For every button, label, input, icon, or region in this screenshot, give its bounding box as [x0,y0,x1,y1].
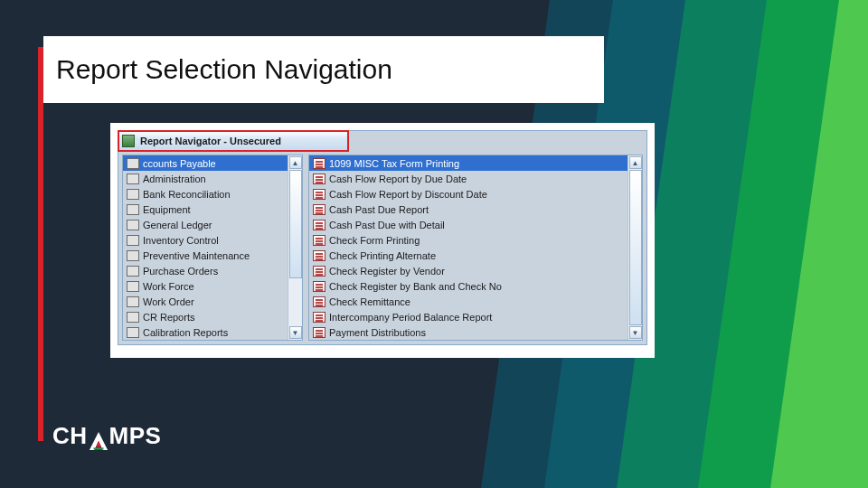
module-label: CR Reports [143,312,194,323]
module-item[interactable]: CR Reports [123,309,288,324]
module-item[interactable]: Purchase Orders [123,263,288,278]
scroll-up-icon[interactable]: ▲ [629,156,642,169]
module-icon [127,204,139,215]
report-label: Cash Flow Report by Due Date [329,174,467,184]
window-title: Report Navigator - Unsecured [140,136,281,146]
module-label: Bank Reconciliation [143,189,231,200]
logo-text: MPS [109,422,162,450]
slide-title: Report Selection Navigation [56,54,392,85]
svg-rect-2 [93,447,103,449]
report-item[interactable]: Check Register by Bank and Check No [309,278,627,294]
report-label: Payment Distributions [329,327,426,338]
module-item[interactable]: Preventive Maintenance [123,248,288,263]
report-icon [313,266,326,277]
report-icon [313,235,326,246]
modules-scrollbar[interactable]: ▲ ▼ [288,155,302,340]
report-icon [313,281,326,292]
report-icon [313,220,326,230]
report-navigator-window: Report Navigator - Unsecured ccounts Pay… [118,130,647,345]
module-item[interactable]: Calibration Reports [123,324,288,340]
report-item[interactable]: Check Printing Alternate [309,248,627,263]
module-icon [127,327,139,338]
accent-bar [38,47,43,441]
report-item[interactable]: Cash Past Due with Detail [309,217,627,232]
module-label: Work Order [143,296,194,307]
reports-pane: 1099 MISC Tax Form PrintingCash Flow Rep… [308,155,643,341]
scroll-down-icon[interactable]: ▼ [289,326,302,339]
module-icon [127,281,139,292]
report-icon [313,189,326,200]
module-icon [127,312,139,323]
report-navigator-screenshot: Report Navigator - Unsecured ccounts Pay… [110,123,655,358]
logo-text: CH [52,422,88,450]
report-label: Cash Flow Report by Discount Date [329,189,487,200]
module-item[interactable]: Work Force [123,278,288,294]
scroll-track[interactable] [629,170,642,325]
report-icon [313,312,326,323]
report-item[interactable]: 1099 MISC Tax Form Printing [309,155,627,171]
report-label: Check Register by Vendor [329,266,445,277]
report-icon [313,174,326,184]
report-label: Check Register by Bank and Check No [329,281,502,292]
module-label: ccounts Payable [143,158,216,169]
logo-a-mark-icon [89,431,108,451]
report-icon [313,204,326,215]
report-item[interactable]: Check Remittance [309,294,627,309]
report-item[interactable]: Check Register by Vendor [309,263,627,278]
module-icon [127,174,139,184]
module-item[interactable]: Administration [123,171,288,186]
report-label: Check Printing Alternate [329,250,436,261]
report-label: Check Remittance [329,296,410,307]
report-icon [313,250,326,261]
slide-title-card: Report Selection Navigation [43,36,604,103]
app-icon [122,135,135,147]
module-label: Preventive Maintenance [143,250,250,261]
report-label: Check Form Printing [329,235,420,246]
module-item[interactable]: ccounts Payable [123,155,288,171]
champs-logo: CH MPS [52,422,161,450]
report-item[interactable]: Payment Distributions [309,324,627,340]
module-label: Purchase Orders [143,266,218,277]
report-label: Intercompany Period Balance Report [329,312,492,323]
module-icon [127,235,139,246]
report-icon [313,158,326,169]
module-item[interactable]: Equipment [123,202,288,217]
module-icon [127,296,139,307]
report-item[interactable]: Check Form Printing [309,232,627,248]
scroll-thumb[interactable] [289,170,302,278]
window-title-bar[interactable]: Report Navigator - Unsecured [118,131,348,151]
report-item[interactable]: Cash Past Due Report [309,202,627,217]
module-item[interactable]: Inventory Control [123,232,288,248]
scroll-up-icon[interactable]: ▲ [289,156,302,169]
report-label: Cash Past Due Report [329,204,429,215]
module-label: Work Force [143,281,194,292]
report-label: 1099 MISC Tax Form Printing [329,158,459,169]
module-item[interactable]: General Ledger [123,217,288,232]
module-label: General Ledger [143,220,212,230]
module-icon [127,250,139,261]
module-icon [127,189,139,200]
module-label: Calibration Reports [143,327,228,338]
module-label: Administration [143,174,206,184]
module-item[interactable]: Bank Reconciliation [123,186,288,202]
report-icon [313,327,326,338]
report-label: Cash Past Due with Detail [329,220,445,230]
report-icon [313,296,326,307]
module-icon [127,220,139,230]
scroll-track[interactable] [289,170,302,325]
module-item[interactable]: Work Order [123,294,288,309]
modules-pane: ccounts PayableAdministrationBank Reconc… [122,155,303,341]
report-item[interactable]: Cash Flow Report by Discount Date [309,186,627,202]
scroll-down-icon[interactable]: ▼ [629,326,642,339]
reports-scrollbar[interactable]: ▲ ▼ [627,155,642,340]
report-item[interactable]: Intercompany Period Balance Report [309,309,627,324]
scroll-thumb[interactable] [629,170,642,325]
module-icon [127,158,139,169]
report-item[interactable]: Cash Flow Report by Due Date [309,171,627,186]
module-label: Inventory Control [143,235,219,246]
module-icon [127,266,139,277]
module-label: Equipment [143,204,191,215]
